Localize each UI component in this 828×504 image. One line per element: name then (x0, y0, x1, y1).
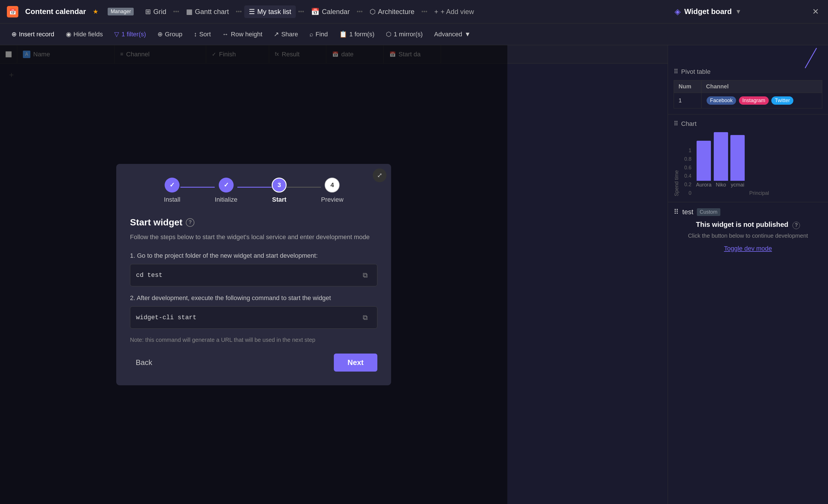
chart-section: ⠿ Chart Spend time 1 0.8 0.6 0.4 0.2 0 (668, 114, 828, 202)
filter-label: 1 filter(s) (121, 31, 146, 38)
group-button[interactable]: ⊕ Group (153, 28, 187, 40)
connector-1-2 (180, 187, 215, 188)
step-1-label: Install (164, 196, 180, 203)
advanced-chevron-icon: ▼ (464, 31, 471, 38)
not-published-help-icon: ? (792, 222, 800, 229)
pivot-table: Num Channel 1 Facebook Instagram Twitter (674, 80, 822, 108)
nav-task-label: My task list (257, 8, 291, 16)
connector-3-4 (287, 187, 321, 188)
step-start: 3 Start (272, 178, 287, 203)
close-button[interactable]: ✕ (810, 6, 821, 17)
y-label-5: 0.2 (684, 182, 692, 188)
step-3-circle: 3 (272, 178, 287, 192)
advanced-button[interactable]: Advanced ▼ (429, 28, 475, 40)
step1-copy-button[interactable]: ⧉ (359, 269, 371, 281)
form-label: 1 form(s) (349, 31, 374, 38)
app-badge: Manager (108, 8, 134, 15)
test-label: test (682, 208, 694, 216)
bar-aurora: Aurora (696, 141, 711, 188)
group-icon: ⊕ (158, 31, 163, 38)
step2-copy-button[interactable]: ⧉ (359, 311, 371, 324)
modal-help-icon[interactable]: ? (186, 218, 195, 227)
decoration-line (799, 45, 822, 74)
bar-niko-rect (714, 132, 728, 181)
help-icon-symbol: ? (189, 219, 192, 225)
table-row: 1 Facebook Instagram Twitter (674, 93, 822, 108)
step1-code-text: cd test (136, 272, 355, 279)
insert-icon: ⊕ (11, 31, 16, 38)
modal-description: Follow the steps below to start the widg… (130, 232, 377, 242)
nav-item-architecture[interactable]: ⬡ Architecture (365, 5, 419, 18)
not-published-desc: Click the button below to continue devel… (674, 233, 822, 239)
advanced-label: Advanced (434, 31, 462, 38)
row-height-icon: ↔ (222, 31, 229, 38)
bar-ycmai-rect (730, 135, 745, 181)
nav-sep-4: ••• (357, 8, 363, 15)
pivot-num-header: Num (674, 80, 701, 93)
copy-icon-2: ⧉ (363, 314, 368, 322)
mirror-label: 1 mirror(s) (394, 31, 423, 38)
not-published-title-text: This widget is not published (696, 221, 788, 228)
widget-board-title: Widget board (684, 7, 732, 16)
chart-bars: Aurora Niko ycmai (696, 132, 822, 188)
modal-title: Start widget ? (130, 217, 377, 228)
bar-ycmai-label: ycmai (731, 182, 744, 188)
insert-record-label: Insert record (19, 31, 54, 38)
instagram-tag: Instagram (739, 96, 769, 105)
step2-instruction: 2. After development, execute the follow… (130, 294, 377, 302)
back-button[interactable]: Back (130, 355, 158, 370)
modal-title-text: Start widget (130, 217, 182, 228)
next-button[interactable]: Next (334, 354, 377, 372)
chart-title-text: Chart (681, 120, 697, 128)
chart-section-title: ⠿ Chart (674, 120, 822, 128)
table-area: A Name ≡ Channel ✓ Finish fx Result 📅 da… (0, 45, 668, 504)
form-button[interactable]: 📋 1 form(s) (335, 28, 379, 40)
svg-line-0 (805, 48, 817, 68)
step1-instruction: 1. Go to the project folder of the new w… (130, 252, 377, 260)
nav-item-gantt[interactable]: ▦ Gantt chart (181, 5, 234, 18)
start-widget-modal: ⤢ ✓ Install ✓ Initialize (116, 164, 391, 385)
step-4-circle: 4 (325, 178, 339, 192)
chart-grip-icon: ⠿ (674, 120, 678, 128)
insert-record-button[interactable]: ⊕ Insert record (7, 28, 59, 40)
toggle-dev-mode-button[interactable]: Toggle dev mode (674, 245, 822, 252)
filter-button[interactable]: ▽ 1 filter(s) (110, 28, 151, 40)
nav-sep-2: ••• (236, 8, 242, 15)
nav-gantt-label: Gantt chart (195, 8, 229, 16)
bar-aurora-rect (697, 141, 711, 181)
x-axis-label: Principal (696, 190, 822, 196)
step2-note: Note: this command will generate a URL t… (130, 337, 377, 343)
nav-item-grid[interactable]: ⊞ Grid (140, 5, 171, 18)
hide-fields-button[interactable]: ◉ Hide fields (61, 28, 108, 40)
y-label-3: 0.6 (684, 165, 692, 171)
step-preview: 4 Preview (321, 178, 343, 203)
row-height-label: Row height (231, 31, 262, 38)
nav-grid-label: Grid (153, 8, 166, 16)
test-section: ⠿ test Custom This widget is not publish… (668, 202, 828, 258)
test-grip-icon: ⠿ (674, 208, 679, 216)
hide-fields-icon: ◉ (66, 31, 71, 38)
row-height-button[interactable]: ↔ Row height (218, 28, 267, 40)
widget-board-icon: ◈ (674, 7, 681, 16)
group-label: Group (165, 31, 182, 38)
connector-2-3 (237, 187, 272, 188)
grid-icon: ⊞ (145, 8, 151, 16)
share-button[interactable]: ↗ Share (269, 28, 303, 40)
add-view-button[interactable]: + + Add view (430, 5, 479, 18)
copy-icon-1: ⧉ (363, 271, 368, 279)
gantt-icon: ▦ (186, 8, 193, 16)
expand-modal-button[interactable]: ⤢ (373, 169, 386, 182)
sort-icon: ↕ (194, 31, 197, 38)
pivot-num-value: 1 (674, 93, 701, 108)
bar-niko-label: Niko (716, 182, 726, 188)
bar-aurora-label: Aurora (696, 182, 711, 188)
hide-fields-label: Hide fields (74, 31, 103, 38)
step-2-label: Initialize (215, 196, 237, 203)
nav-item-mytask[interactable]: ☰ My task list (244, 5, 296, 18)
nav-item-calendar[interactable]: 📅 Calendar (306, 5, 354, 18)
mirror-button[interactable]: ⬡ 1 mirror(s) (381, 28, 427, 40)
sort-button[interactable]: ↕ Sort (189, 28, 215, 40)
pivot-channel-header: Channel (701, 80, 822, 93)
find-button[interactable]: ⌕ Find (305, 28, 332, 40)
pivot-title-text: Pivot table (681, 68, 711, 76)
